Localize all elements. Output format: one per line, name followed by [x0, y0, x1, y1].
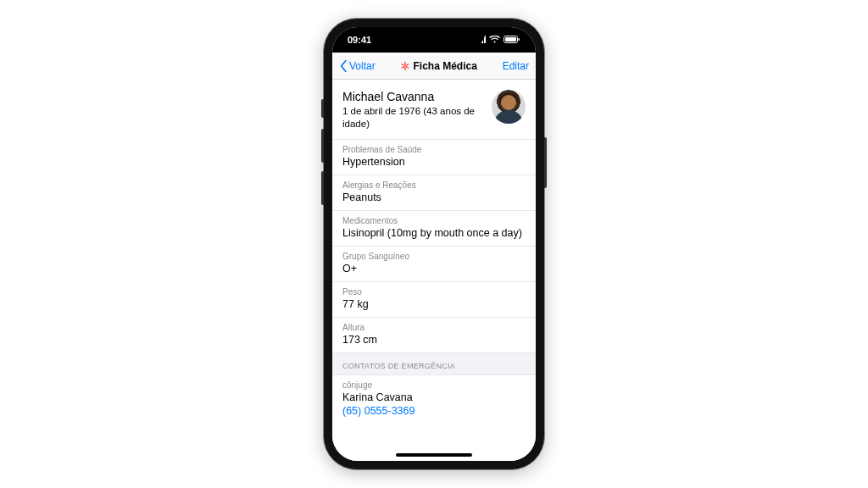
field-value: Lisinopril (10mg by mouth once a day)	[342, 227, 526, 239]
field-height: Altura 173 cm	[332, 317, 536, 352]
field-value: O+	[342, 263, 526, 274]
emergency-section-header: CONTATOS DE EMERGÊNCIA	[332, 352, 536, 375]
contact-phone[interactable]: (65) 0555-3369	[342, 405, 526, 417]
field-value: 77 kg	[342, 298, 526, 310]
field-label: Medicamentos	[342, 216, 526, 225]
side-button	[321, 99, 324, 118]
field-label: Problemas de Saúde	[342, 145, 526, 154]
phone-frame: 09:41 Voltar	[323, 18, 545, 470]
side-button	[321, 171, 324, 205]
battery-icon	[504, 35, 520, 45]
side-button	[544, 137, 547, 188]
field-label: Alergias e Reações	[342, 180, 526, 190]
field-weight: Peso 77 kg	[332, 281, 536, 317]
wifi-icon	[489, 35, 500, 45]
emergency-contact: cônjuge Karina Cavana (65) 0555-3369	[332, 375, 536, 425]
svg-point-8	[405, 65, 406, 66]
edit-button[interactable]: Editar	[503, 60, 529, 72]
field-medications: Medicamentos Lisinopril (10mg by mouth o…	[332, 210, 536, 246]
medical-id-icon	[400, 61, 410, 71]
field-label: Grupo Sanguíneo	[342, 252, 526, 261]
profile-name: Michael Cavanna	[342, 90, 483, 103]
status-time: 09:41	[348, 35, 371, 45]
scroll-area[interactable]: Michael Cavanna 1 de abril de 1976 (43 a…	[332, 80, 536, 461]
contact-relation: cônjuge	[342, 380, 526, 390]
avatar[interactable]	[492, 90, 526, 124]
field-label: Peso	[342, 287, 526, 297]
profile-header: Michael Cavanna 1 de abril de 1976 (43 a…	[332, 80, 536, 139]
home-indicator[interactable]	[396, 453, 472, 457]
svg-rect-6	[505, 37, 516, 42]
side-button	[321, 129, 324, 163]
field-value: Hypertension	[342, 156, 526, 168]
page-title: Ficha Médica	[413, 60, 476, 72]
field-allergies: Alergias e Reações Peanuts	[332, 175, 536, 210]
notch	[383, 27, 485, 46]
contact-name: Karina Cavana	[342, 391, 526, 403]
nav-title-group: Ficha Médica	[400, 60, 476, 72]
profile-dob: 1 de abril de 1976 (43 anos de idade)	[342, 105, 483, 130]
back-button[interactable]: Voltar	[339, 60, 376, 72]
field-blood-type: Grupo Sanguíneo O+	[332, 246, 536, 281]
field-value: 173 cm	[342, 334, 526, 346]
chevron-left-icon	[339, 60, 348, 72]
back-label: Voltar	[349, 60, 376, 72]
field-health: Problemas de Saúde Hypertension	[332, 139, 536, 175]
field-value: Peanuts	[342, 191, 526, 203]
nav-bar: Voltar Ficha Médica Editar	[332, 53, 536, 80]
content: Voltar Ficha Médica Editar Michael Cavan…	[332, 53, 536, 461]
field-label: Altura	[342, 323, 526, 332]
svg-rect-7	[519, 38, 520, 41]
screen: 09:41 Voltar	[332, 27, 536, 461]
